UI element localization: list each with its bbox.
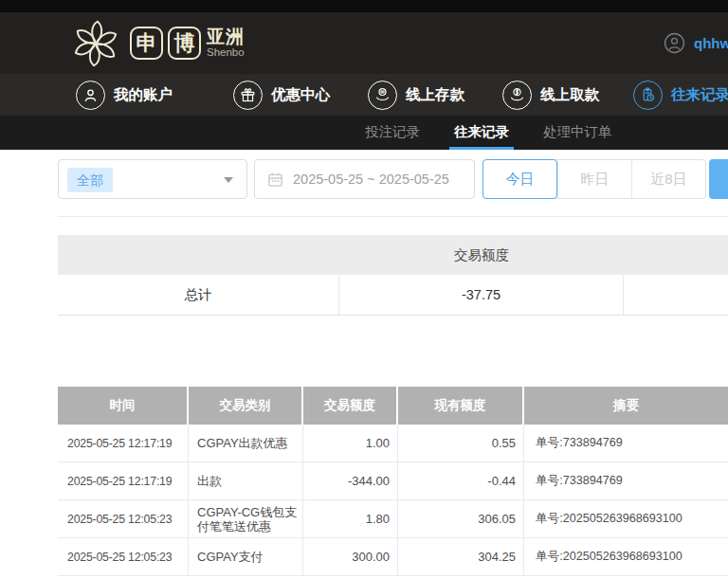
summary-row-label: 总计 xyxy=(58,275,339,315)
category-selected-tag[interactable]: 全部 xyxy=(67,168,113,192)
col-header-type: 交易类别 xyxy=(189,387,303,425)
today-button[interactable]: 今日 xyxy=(482,159,557,199)
calendar-icon xyxy=(267,172,283,188)
cell-balance: 0.55 xyxy=(398,425,524,461)
cell-time: 2025-05-25 12:17:19 xyxy=(58,425,189,461)
chevron-down-icon xyxy=(224,177,233,183)
hand-dollar-icon xyxy=(502,81,532,110)
summary-table: 交易额度 总计 -37.75 xyxy=(58,235,728,316)
cell-summary: 单号:202505263968693100 xyxy=(524,538,728,575)
cell-summary: 单号:202505263968693100 xyxy=(524,500,728,537)
cell-type: CGPAY-CG钱包支付笔笔送优惠 xyxy=(189,500,303,537)
content: 全部 2025-05-25 ~ 2025-05-25 今日 昨日 近8日 xyxy=(0,150,728,579)
tab-betting-records[interactable]: 投注记录 xyxy=(360,116,425,150)
nav-item-label: 线上取款 xyxy=(540,85,599,105)
logo[interactable]: 申 博 亚洲 Shenbo xyxy=(66,13,245,73)
logo-region: 亚洲 xyxy=(207,27,245,45)
cell-type: CGPAY支付 xyxy=(189,538,303,575)
top-strip xyxy=(0,0,728,12)
cell-balance: -0.44 xyxy=(398,462,524,499)
col-header-summary: 摘要 xyxy=(524,387,728,425)
nav-item-label: 优惠中心 xyxy=(271,85,330,105)
col-header-amount: 交易额度 xyxy=(303,387,398,425)
search-button[interactable] xyxy=(709,159,728,199)
cell-summary: 单号:733894769 xyxy=(524,425,728,461)
nav-item-promotions[interactable]: 优惠中心 xyxy=(233,74,330,116)
summary-empty-cell xyxy=(624,275,728,315)
cell-time: 2025-05-25 12:05:23 xyxy=(58,538,189,575)
cell-amount: 300.00 xyxy=(303,538,398,575)
section-divider xyxy=(58,216,728,217)
yesterday-button[interactable]: 昨日 xyxy=(557,160,631,198)
summary-header-label: 交易额度 xyxy=(339,235,624,275)
quick-date-group: 今日 昨日 近8日 xyxy=(482,159,706,199)
table-row: 2025-05-25 12:05:23 CGPAY支付 300.00 304.2… xyxy=(58,538,728,576)
tab-transaction-records[interactable]: 往来记录 xyxy=(449,116,514,150)
brand-bar: 申 博 亚洲 Shenbo qhhw xyxy=(0,12,728,74)
summary-total-value: -37.75 xyxy=(339,275,624,315)
nav-item-label: 线上存款 xyxy=(406,85,464,105)
nav-item-withdraw[interactable]: 线上取款 xyxy=(502,74,599,116)
cell-amount: -344.00 xyxy=(303,462,398,499)
logo-char-bo: 博 xyxy=(168,27,201,60)
col-header-balance: 现有额度 xyxy=(398,387,524,425)
cell-type: 出款 xyxy=(189,462,303,499)
gift-icon xyxy=(233,81,263,110)
nav-item-label: 我的账户 xyxy=(114,85,173,105)
sub-nav: 投注记录 往来记录 处理中订单 xyxy=(0,116,728,150)
records-table-header: 时间 交易类别 交易额度 现有额度 摘要 xyxy=(58,387,728,425)
category-select[interactable]: 全部 xyxy=(58,159,247,199)
nav-item-label: 往来记录 xyxy=(671,85,728,105)
user-box[interactable]: qhhw xyxy=(664,32,728,54)
nav-item-deposit[interactable]: 线上存款 xyxy=(368,74,464,116)
logo-char-shen: 申 xyxy=(130,27,163,60)
table-row: 2025-05-25 12:17:19 CGPAY出款优惠 1.00 0.55 … xyxy=(58,425,728,462)
lotus-flower-icon xyxy=(66,14,125,73)
cell-amount: 1.00 xyxy=(303,425,398,461)
cell-balance: 306.05 xyxy=(398,500,524,537)
date-range-value: 2025-05-25 ~ 2025-05-25 xyxy=(293,172,449,187)
records-table: 时间 交易类别 交易额度 现有额度 摘要 2025-05-25 12:17:19… xyxy=(58,387,728,576)
col-header-time: 时间 xyxy=(58,387,189,425)
cell-summary: 单号:733894769 xyxy=(524,462,728,499)
last-8-days-button[interactable]: 近8日 xyxy=(631,160,705,198)
nav-item-records[interactable]: 往来记录 xyxy=(633,74,728,116)
main-nav: 我的账户 优惠中心 xyxy=(0,74,728,116)
cell-amount: 1.80 xyxy=(303,500,398,537)
hand-coin-icon xyxy=(368,81,397,110)
cell-time: 2025-05-25 12:05:23 xyxy=(58,500,189,537)
page: 申 博 亚洲 Shenbo qhhw xyxy=(0,0,728,579)
clipboard-clock-icon xyxy=(633,81,663,110)
username[interactable]: qhhw xyxy=(694,35,728,51)
table-row: 2025-05-25 12:05:23 CGPAY-CG钱包支付笔笔送优惠 1.… xyxy=(58,500,728,538)
user-avatar-icon xyxy=(664,32,685,54)
nav-item-my-account[interactable]: 我的账户 xyxy=(76,74,173,116)
cell-type: CGPAY出款优惠 xyxy=(189,425,303,461)
table-row: 2025-05-25 12:17:19 出款 -344.00 -0.44 单号:… xyxy=(58,462,728,500)
cell-balance: 304.25 xyxy=(398,538,524,575)
summary-header: 交易额度 xyxy=(58,235,728,275)
cell-time: 2025-05-25 12:17:19 xyxy=(58,462,189,499)
date-range-input[interactable]: 2025-05-25 ~ 2025-05-25 xyxy=(254,159,475,199)
person-icon xyxy=(76,81,105,110)
logo-subtitle: Shenbo xyxy=(207,47,245,59)
summary-row: 总计 -37.75 xyxy=(58,275,728,316)
tab-pending-orders[interactable]: 处理中订单 xyxy=(538,116,617,150)
